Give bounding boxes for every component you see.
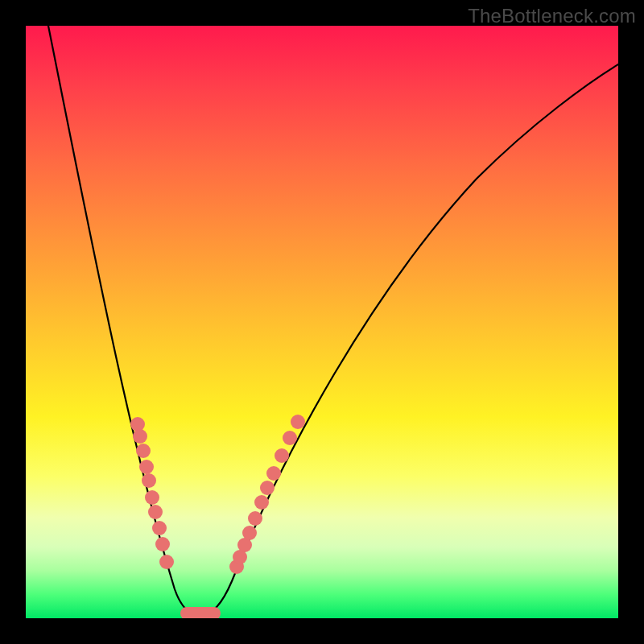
data-dot bbox=[254, 495, 269, 510]
bottleneck-curve-path bbox=[48, 26, 618, 615]
data-dot bbox=[159, 555, 174, 569]
data-dot bbox=[283, 431, 297, 445]
data-dot bbox=[136, 444, 151, 458]
data-dot bbox=[260, 481, 275, 495]
data-dot bbox=[155, 537, 170, 551]
valley-bar bbox=[180, 607, 221, 618]
data-dot bbox=[275, 448, 289, 463]
data-dot bbox=[291, 415, 305, 429]
data-dot bbox=[152, 521, 167, 535]
data-dot bbox=[133, 429, 147, 444]
data-dot bbox=[130, 417, 145, 431]
data-dot bbox=[248, 511, 262, 526]
data-dot bbox=[142, 473, 156, 488]
bottleneck-chart bbox=[26, 26, 618, 618]
data-dot bbox=[266, 466, 281, 481]
chart-frame bbox=[26, 26, 618, 618]
data-dot bbox=[139, 460, 154, 474]
data-dot bbox=[242, 526, 257, 540]
watermark-text: TheBottleneck.com bbox=[468, 5, 636, 27]
data-dot bbox=[145, 490, 159, 505]
data-dot bbox=[148, 505, 163, 519]
